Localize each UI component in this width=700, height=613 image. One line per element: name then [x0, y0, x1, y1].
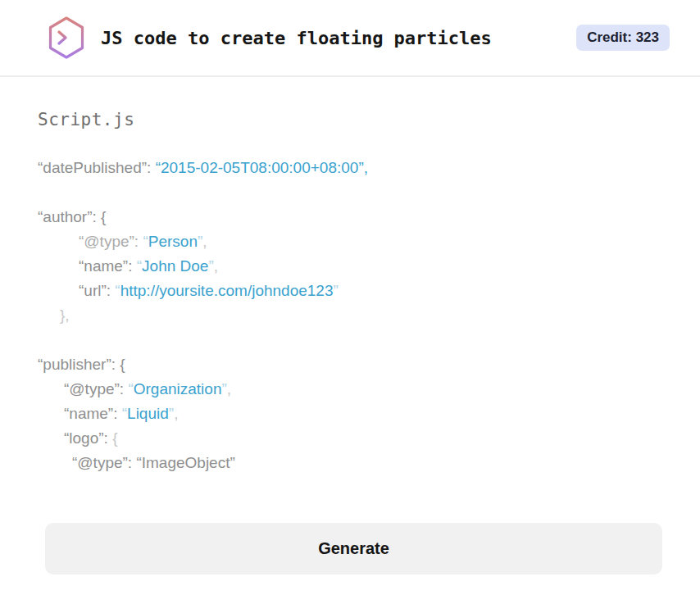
code-segment: “author”: { — [38, 208, 106, 225]
code-segment: }, — [60, 306, 70, 324]
credit-badge: Credit: 323 — [576, 25, 670, 51]
code-block: “datePublished”: “2015-02-05T08:00:00+08… — [38, 156, 662, 475]
code-segment: John Doe — [142, 257, 208, 275]
code-line: “name”: “John Doe”, — [38, 254, 662, 279]
code-segment: “name”: — [64, 405, 122, 422]
main-content: Script.js “datePublished”: “2015-02-05T0… — [0, 110, 700, 475]
code-segment: “@type”: “ImageObject” — [72, 454, 235, 471]
code-segment: { — [112, 429, 117, 447]
code-segment: , — [174, 405, 178, 422]
terminal-prompt-hexagon-icon — [47, 16, 86, 60]
code-line: “author”: { — [38, 205, 662, 229]
page-title: JS code to create floating particles — [101, 28, 492, 48]
code-line: “logo”: { — [38, 426, 662, 451]
code-segment: , — [227, 380, 231, 397]
code-segment: , — [214, 257, 218, 275]
code-line: “@type”: “Person”, — [38, 229, 662, 254]
code-segment: “@type”: — [79, 233, 143, 250]
logo-svg — [47, 16, 86, 60]
footer: Generate — [45, 523, 662, 574]
code-line: “name”: “Liquid”, — [38, 402, 662, 426]
generate-button[interactable]: Generate — [45, 523, 662, 574]
code-segment: Organization — [134, 380, 222, 397]
code-line: “datePublished”: “2015-02-05T08:00:00+08… — [38, 156, 662, 180]
code-line: }, — [38, 303, 662, 328]
code-segment: “publisher”: { — [38, 356, 125, 373]
code-segment: “datePublished”: — [38, 159, 156, 176]
code-segment: “logo”: — [64, 429, 112, 447]
code-line: “publisher”: { — [38, 352, 662, 377]
header: JS code to create floating particles Cre… — [0, 0, 700, 77]
code-segment: “name”: — [79, 257, 137, 275]
code-segment: “url”: — [79, 282, 115, 299]
code-line: “@type”: “ImageObject” — [38, 451, 662, 475]
code-line: “@type”: “Organization”, — [38, 377, 662, 402]
code-segment: “2015-02-05T08:00:00+08:00”, — [156, 159, 368, 176]
code-segment: http://yoursite.com/johndoe123 — [120, 282, 334, 299]
code-line: “url”: “http://yoursite.com/johndoe123” — [38, 279, 662, 303]
code-segment: “@type”: — [64, 380, 128, 397]
code-segment: ” — [334, 282, 339, 299]
code-segment: Person — [148, 233, 198, 250]
script-filename: Script.js — [38, 110, 662, 129]
code-segment: Liquid — [127, 405, 169, 422]
code-segment: , — [202, 233, 207, 250]
